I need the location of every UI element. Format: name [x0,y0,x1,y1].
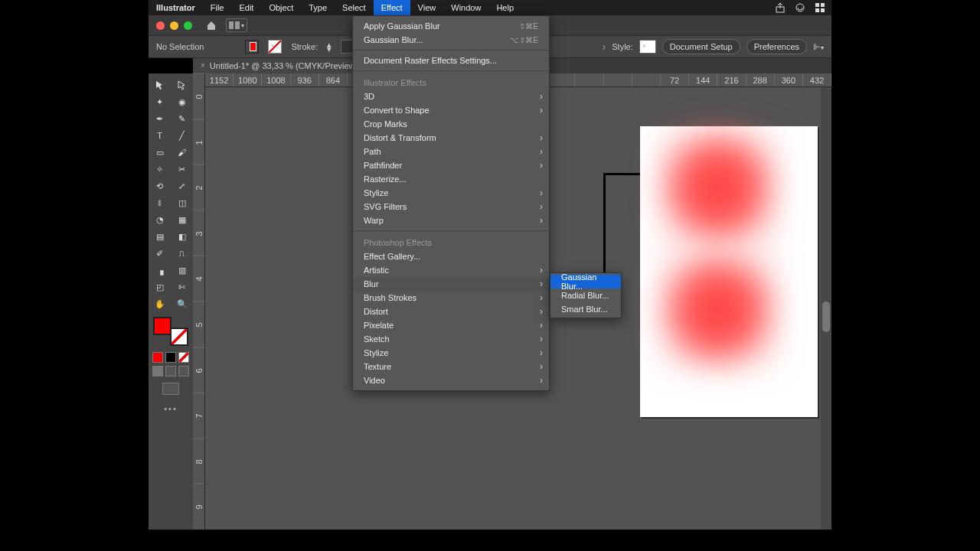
menu-brush-strokes[interactable]: Brush Strokes [353,291,549,305]
document-setup-button[interactable]: Document Setup [662,39,740,54]
menu-pathfinder[interactable]: Pathfinder [353,158,549,172]
menu-effect-gallery[interactable]: Effect Gallery... [353,249,549,263]
eyedropper-tool[interactable]: ✐ [149,245,171,262]
arrange-documents-button[interactable]: ▾ [226,18,247,32]
close-window-icon[interactable] [156,21,165,30]
menu-effect[interactable]: Effect [374,0,410,15]
minimize-window-icon[interactable] [170,21,178,30]
slice-tool[interactable]: ✄ [171,279,193,295]
toolbox: ✦◉ ✒✎ T╱ ▭🖌 ✧✂ ⟲⤢ ⫴◫ ◔▦ ▤◧ ✐⎍ ▗▥ ◰✄ ✋🔍 •… [149,73,193,530]
menu-raster-settings[interactable]: Document Raster Effects Settings... [353,54,549,67]
share-icon[interactable] [775,2,786,13]
menubar-tray [775,2,831,13]
menu-view[interactable]: View [410,0,444,15]
fill-swatch[interactable] [245,40,259,54]
menu-distort[interactable]: Distort [353,305,549,318]
rectangle-tool[interactable]: ▭ [149,144,171,161]
blurred-shape[interactable] [657,249,779,371]
free-transform-tool[interactable]: ◫ [171,194,193,211]
column-graph-tool[interactable]: ▥ [171,262,193,279]
selection-tool[interactable] [149,77,171,93]
vertical-scrollbar[interactable] [821,87,831,530]
screen-mode-button[interactable] [162,383,179,395]
eraser-tool[interactable]: ✂ [171,161,193,178]
menu-apply-last-effect[interactable]: Apply Gaussian Blur⇧⌘E [353,19,549,33]
menu-help[interactable]: Help [488,0,521,15]
zoom-tool[interactable]: 🔍 [171,295,193,312]
artboard[interactable] [640,126,818,417]
menu-rasterize[interactable]: Rasterize... [353,172,549,186]
line-tool[interactable]: ╱ [171,127,193,144]
menu-file[interactable]: File [203,0,232,15]
menu-warp[interactable]: Warp [353,214,549,227]
menu-crop-marks[interactable]: Crop Marks [353,117,549,131]
nav-arrow-icon[interactable]: › [603,41,606,53]
menu-path[interactable]: Path [353,145,549,158]
graphic-style-picker[interactable] [639,40,656,54]
edit-toolbar-button[interactable]: ••• [149,404,193,413]
stroke-swatch[interactable] [268,40,282,54]
lasso-tool[interactable]: ◉ [171,93,193,110]
blurred-shape[interactable] [657,126,779,249]
color-mode-row[interactable] [152,352,190,363]
shaper-tool[interactable]: ✧ [149,161,171,178]
menu-texture[interactable]: Texture [353,360,549,373]
fill-stroke-color-picker[interactable] [152,317,190,346]
menu-edit[interactable]: Edit [231,0,261,15]
scale-tool[interactable]: ⤢ [171,178,193,194]
menu-window[interactable]: Window [443,0,488,15]
menu-stylize-ps[interactable]: Stylize [353,346,549,360]
submenu-radial-blur[interactable]: Radial Blur... [550,289,621,302]
symbol-sprayer-tool[interactable]: ▗ [149,262,171,279]
zoom-window-icon[interactable] [184,21,192,30]
close-tab-icon[interactable]: × [201,58,205,73]
document-tab[interactable]: × Untitled-1* @ 33,33 % (CMYK/Preview) [193,58,366,73]
blend-tool[interactable]: ⎍ [171,245,193,262]
shape-builder-tool[interactable]: ◔ [149,211,171,228]
submenu-smart-blur[interactable]: Smart Blur... [550,302,621,316]
style-label: Style: [612,42,633,51]
document-tab-label: Untitled-1* @ 33,33 % (CMYK/Preview) [210,58,358,73]
perspective-tool[interactable]: ▦ [171,211,193,228]
menu-pixelate[interactable]: Pixelate [353,318,549,332]
mesh-tool[interactable]: ▤ [149,228,171,245]
pen-tool[interactable]: ✒ [149,110,171,127]
paintbrush-tool[interactable]: 🖌 [171,144,193,161]
direct-selection-tool[interactable] [171,77,193,93]
menu-stylize-ill[interactable]: Stylize [353,186,549,200]
cloud-icon[interactable] [795,2,805,13]
artboard-tool[interactable]: ◰ [149,279,171,295]
width-tool[interactable]: ⫴ [149,194,171,211]
menu-convert-to-shape[interactable]: Convert to Shape [353,103,549,117]
home-icon[interactable] [204,18,218,32]
menu-blur[interactable]: Blur [353,277,549,291]
stroke-label: Stroke: [291,42,318,51]
menu-svg-filters[interactable]: SVG Filters [353,200,549,214]
draw-mode-row[interactable] [152,366,190,377]
menu-object[interactable]: Object [261,0,301,15]
type-tool[interactable]: T [149,127,171,144]
curvature-tool[interactable]: ✎ [171,110,193,127]
magic-wand-tool[interactable]: ✦ [149,93,171,110]
menu-type[interactable]: Type [301,0,335,15]
menu-section-illustrator: Illustrator Effects [353,74,549,90]
preferences-button[interactable]: Preferences [746,39,807,54]
rotate-tool[interactable]: ⟲ [149,178,171,194]
menu-distort-transform[interactable]: Distort & Transform [353,131,549,145]
menu-video[interactable]: Video [353,373,549,387]
stroke-weight-stepper[interactable]: ▴▾ [327,42,332,51]
menu-3d[interactable]: 3D [353,90,549,103]
effect-menu: Apply Gaussian Blur⇧⌘E Gaussian Blur...⌥… [352,15,550,391]
menu-select[interactable]: Select [335,0,374,15]
selection-status: No Selection [156,42,204,51]
menu-sketch[interactable]: Sketch [353,332,549,346]
grid-icon[interactable] [815,2,825,13]
gradient-tool[interactable]: ◧ [171,228,193,245]
menu-artistic[interactable]: Artistic [353,263,549,277]
align-to-icon[interactable]: ⊩▾ [813,42,824,52]
submenu-gaussian-blur[interactable]: Gaussian Blur... [550,275,621,289]
menu-last-effect[interactable]: Gaussian Blur...⌥⇧⌘E [353,33,549,47]
menu-section-photoshop: Photoshop Effects [353,234,549,249]
macos-menubar: Illustrator File Edit Object Type Select… [149,0,831,15]
hand-tool[interactable]: ✋ [149,295,171,312]
